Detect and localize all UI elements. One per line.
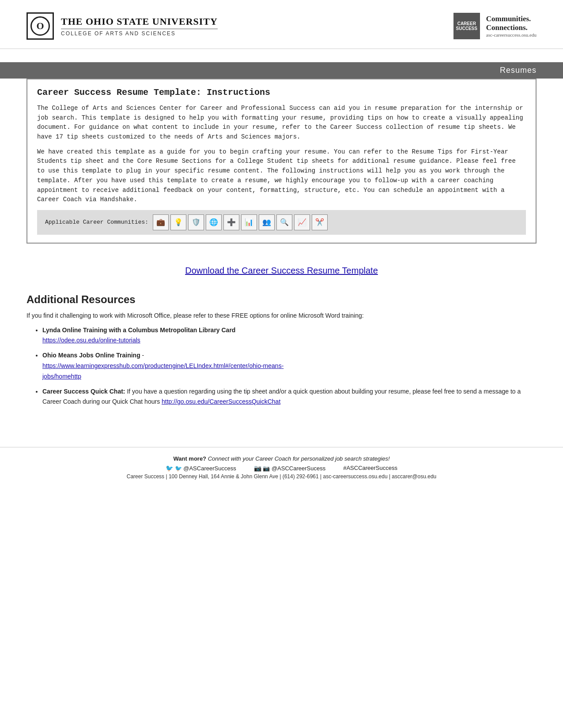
header-left: O The Ohio State University College of A… (26, 12, 218, 40)
page-header: O The Ohio State University College of A… (0, 0, 563, 49)
career-success-badge: CAREER SUCCESS (453, 13, 480, 39)
header-tagline: Communities. Connections. asc-careersucc… (486, 15, 537, 38)
footer-twitter: 🐦 🐦 @ASCareerSuccess (166, 465, 236, 472)
list-item: Career Success Quick Chat: If you have a… (42, 387, 537, 408)
community-icon-7: 👥 (259, 214, 275, 230)
community-icon-10: ✂️ (312, 214, 328, 230)
instructions-box: Career Success Resume Template: Instruct… (26, 79, 537, 244)
resumes-banner: Resumes (0, 62, 563, 79)
header-title-block: The Ohio State University College of Art… (61, 16, 218, 37)
additional-resources-intro: If you find it challenging to work with … (26, 311, 537, 321)
community-icon-4: 🌐 (206, 214, 222, 230)
tagline-line2: Connections. (486, 23, 537, 32)
college-name: College of Arts and Sciences (61, 30, 218, 37)
resources-list: Lynda Online Training with a Columbus Me… (26, 325, 537, 408)
instagram-icon: 📷 (254, 465, 261, 472)
download-section: Download the Career Success Resume Templ… (26, 244, 537, 289)
footer-contact: Career Success | 100 Denney Hall, 164 An… (26, 473, 537, 480)
instructions-paragraph2: We have created this template as a guide… (37, 147, 526, 205)
university-name: The Ohio State University (61, 16, 218, 27)
career-communities-row: Applicable Career Communities: 💼 💡 🛡️ 🌐 … (37, 210, 526, 235)
footer-tagline: Want more? Connect with your Career Coac… (26, 455, 537, 462)
community-icon-1: 💼 (153, 214, 169, 230)
main-content: Career Success Resume Template: Instruct… (0, 79, 563, 420)
tagline-url: asc-careersuccess.osu.edu (486, 32, 537, 38)
instructions-title: Career Success Resume Template: Instruct… (37, 87, 526, 98)
instructions-body: The College of Arts and Sciences Center … (37, 104, 526, 205)
osu-logo: O (26, 12, 54, 40)
community-icons: 💼 💡 🛡️ 🌐 ➕ 📊 👥 🔍 📈 ✂️ (153, 214, 328, 230)
community-icon-3: 🛡️ (188, 214, 204, 230)
community-icon-5: ➕ (223, 214, 239, 230)
footer-social: 🐦 🐦 @ASCareerSuccess 📷 📷 @ASCCareerSuces… (26, 465, 537, 472)
header-right: CAREER SUCCESS Communities. Connections.… (453, 13, 537, 39)
community-icon-8: 🔍 (276, 214, 292, 230)
list-item: Lynda Online Training with a Columbus Me… (42, 325, 537, 346)
footer-instagram: 📷 📷 @ASCCareerSucess (254, 465, 326, 472)
footer-hashtag: #ASCCareerSuccess (343, 465, 397, 472)
community-icon-6: 📊 (241, 214, 257, 230)
additional-resources-heading: Additional Resources (26, 293, 537, 306)
community-icon-9: 📈 (294, 214, 310, 230)
resource-link-2[interactable]: https://www.learningexpresshub.com/produ… (42, 362, 283, 380)
resource-title-3: Career Success Quick Chat: (42, 388, 125, 395)
download-link[interactable]: Download the Career Success Resume Templ… (185, 266, 378, 275)
career-communities-label: Applicable Career Communities: (45, 219, 148, 225)
osu-logo-inner: O (30, 16, 50, 36)
instructions-paragraph1: The College of Arts and Sciences Center … (37, 104, 526, 142)
page-footer: Want more? Connect with your Career Coac… (0, 447, 563, 487)
community-icon-2: 💡 (170, 214, 186, 230)
resource-link-1[interactable]: https://odee.osu.edu/online-tutorials (42, 337, 140, 344)
footer-tagline-want: Want more? (173, 455, 206, 462)
resource-link-3[interactable]: http://go.osu.edu/CareerSuccessQuickChat (162, 398, 280, 405)
additional-resources: Additional Resources If you find it chal… (26, 289, 537, 420)
tagline-line1: Communities. (486, 15, 537, 23)
resource-title-1: Lynda Online Training with a Columbus Me… (42, 326, 235, 334)
list-item: Ohio Means Jobs Online Training - https:… (42, 350, 537, 382)
resumes-label: Resumes (500, 66, 537, 75)
resource-title-2: Ohio Means Jobs Online Training (42, 352, 140, 359)
twitter-icon: 🐦 (166, 465, 173, 472)
